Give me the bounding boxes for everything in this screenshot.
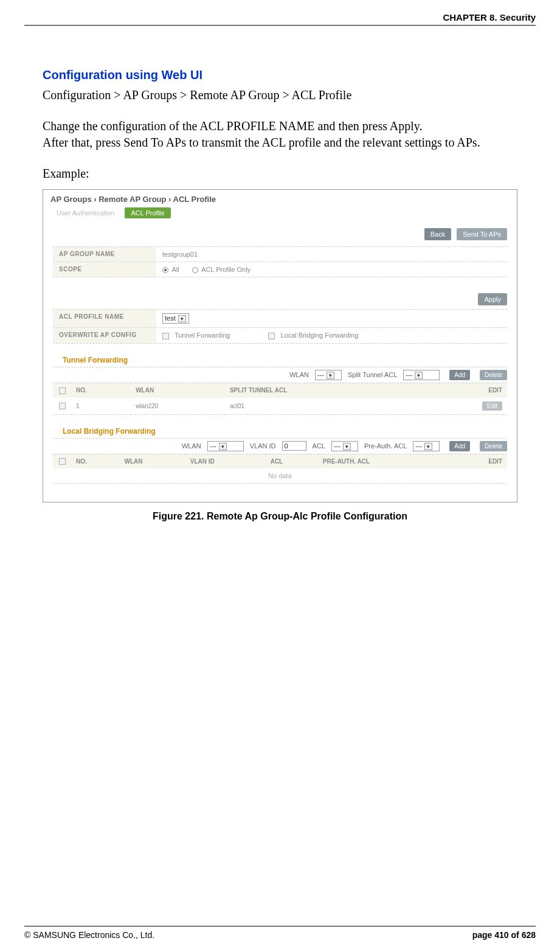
ss-tab-row: User Authentication ACL Profile — [43, 206, 517, 226]
label-split-tunnel-acl: Split Tunnel ACL — [348, 371, 397, 378]
label-vlan-id: VLAN ID — [250, 442, 276, 450]
checkbox-label-tunnel: Tunnel Forwarding — [175, 332, 230, 339]
instruction-line-1: Change the configuration of the ACL PROF… — [43, 119, 423, 133]
tunnel-header-checkbox[interactable] — [59, 387, 66, 394]
checkbox-local-bridging[interactable] — [268, 333, 275, 339]
example-label: Example: — [43, 167, 517, 181]
local-controls: WLAN ---▾ VLAN ID 0 ACL ---▾ Pre-Auth. A… — [43, 439, 517, 454]
value-ap-group-name: testgroup01 — [156, 247, 507, 262]
ss-top-form: AP GROUP NAME testgroup01 SCOPE All ACL … — [43, 246, 517, 277]
checkbox-tunnel-forwarding[interactable] — [162, 333, 169, 339]
chevron-down-icon: ▾ — [219, 443, 227, 450]
tunnel-controls: WLAN ---▾ Split Tunnel ACL ---▾ Add Dele… — [43, 367, 517, 383]
value-scope: All ACL Profile Only — [156, 262, 507, 277]
section-title: Configuration using Web UI — [43, 68, 517, 82]
apply-button[interactable]: Apply — [478, 293, 507, 305]
cell-acl: acl01 — [225, 398, 420, 415]
table-row: 1 wlan220 acl01 Edit — [53, 398, 507, 415]
edit-button[interactable]: Edit — [482, 401, 502, 411]
label-ap-group-name: AP GROUP NAME — [53, 247, 156, 262]
col-no: NO. — [71, 454, 120, 468]
page-number: page 410 of 628 — [472, 930, 536, 940]
radio-label-all: All — [171, 266, 179, 273]
ss-mid-form: ACL PROFILE NAME test▾ OVERWRITE AP CONF… — [43, 309, 517, 344]
tab-user-authentication[interactable]: User Authentication — [50, 207, 120, 218]
label-acl-profile-name: ACL PROFILE NAME — [53, 310, 156, 327]
col-preauth-acl: PRE-AUTH. ACL — [318, 454, 452, 468]
page-header: CHAPTER 8. Security — [24, 12, 536, 26]
col-split-tunnel-acl: SPLIT TUNNEL ACL — [225, 383, 420, 397]
heading-tunnel-forwarding: Tunnel Forwarding — [53, 350, 507, 367]
col-vlan-id: VLAN ID — [185, 454, 266, 468]
config-breadcrumb: Configuration > AP Groups > Remote AP Gr… — [43, 88, 517, 102]
ss-apply-row: Apply — [43, 277, 517, 309]
instruction-line-2: After that, press Send To APs to transmi… — [43, 136, 480, 149]
radio-label-acl-only: ACL Profile Only — [201, 266, 251, 273]
label-preauth-acl: Pre-Auth. ACL — [364, 442, 407, 450]
local-delete-button[interactable]: Delete — [480, 441, 507, 451]
tunnel-row-checkbox[interactable] — [59, 403, 66, 409]
chevron-down-icon: ▾ — [424, 443, 432, 450]
select-preauth-acl[interactable]: ---▾ — [413, 441, 440, 451]
tunnel-delete-button[interactable]: Delete — [480, 370, 507, 380]
chevron-down-icon: ▾ — [415, 372, 423, 379]
heading-local-bridging: Local Bridging Forwarding — [53, 421, 507, 439]
embedded-screenshot: AP Groups › Remote AP Group › ACL Profil… — [43, 189, 517, 502]
cell-wlan: wlan220 — [131, 398, 225, 415]
chevron-down-icon: ▾ — [178, 315, 186, 322]
no-data-message: No data — [53, 468, 507, 484]
page-content: Configuration using Web UI Configuration… — [24, 68, 536, 522]
select-acl-profile-name[interactable]: test▾ — [162, 313, 189, 324]
send-to-aps-button[interactable]: Send To APs — [457, 228, 507, 240]
label-acl: ACL — [313, 442, 325, 450]
back-button[interactable]: Back — [424, 228, 451, 240]
select-local-acl[interactable]: ---▾ — [331, 441, 358, 451]
col-acl: ACL — [266, 454, 318, 468]
col-no: NO. — [71, 383, 131, 397]
col-wlan: WLAN — [120, 454, 185, 468]
tunnel-add-button[interactable]: Add — [449, 370, 470, 380]
radio-scope-all[interactable] — [162, 267, 168, 273]
select-tunnel-wlan[interactable]: ---▾ — [315, 370, 342, 380]
input-vlan-id[interactable]: 0 — [282, 441, 306, 451]
label-local-wlan: WLAN — [182, 442, 201, 450]
local-table: NO. WLAN VLAN ID ACL PRE-AUTH. ACL EDIT — [53, 454, 507, 469]
tunnel-table: NO. WLAN SPLIT TUNNEL ACL EDIT 1 wlan220… — [53, 383, 507, 415]
chevron-down-icon: ▾ — [343, 443, 351, 450]
label-tunnel-wlan: WLAN — [289, 371, 309, 378]
col-wlan: WLAN — [131, 383, 225, 397]
label-scope: SCOPE — [53, 262, 156, 277]
select-split-tunnel-acl[interactable]: ---▾ — [403, 370, 440, 380]
select-local-wlan[interactable]: ---▾ — [207, 441, 244, 451]
checkbox-label-local: Local Bridging Forwarding — [281, 332, 359, 339]
page-footer: © SAMSUNG Electronics Co., Ltd. page 410… — [24, 926, 536, 940]
label-overwrite-ap-config: OVERWRITE AP CONFIG — [53, 328, 156, 343]
copyright: © SAMSUNG Electronics Co., Ltd. — [24, 930, 154, 940]
local-header-checkbox[interactable] — [59, 458, 66, 465]
cell-no: 1 — [71, 398, 131, 415]
radio-scope-acl-only[interactable] — [192, 267, 198, 273]
figure-caption: Figure 221. Remote Ap Group-Alc Profile … — [43, 511, 517, 522]
select-acl-profile-value: test — [165, 314, 176, 322]
chapter-label: CHAPTER 8. Security — [443, 12, 536, 23]
col-edit: EDIT — [452, 454, 507, 468]
col-edit: EDIT — [420, 383, 507, 397]
ss-top-buttons: Back Send To APs — [43, 226, 517, 246]
instruction-paragraph: Change the configuration of the ACL PROF… — [43, 118, 517, 151]
tab-acl-profile[interactable]: ACL Profile — [125, 207, 170, 218]
local-add-button[interactable]: Add — [449, 441, 470, 451]
chevron-down-icon: ▾ — [327, 372, 334, 379]
ss-breadcrumb: AP Groups › Remote AP Group › ACL Profil… — [43, 190, 517, 206]
